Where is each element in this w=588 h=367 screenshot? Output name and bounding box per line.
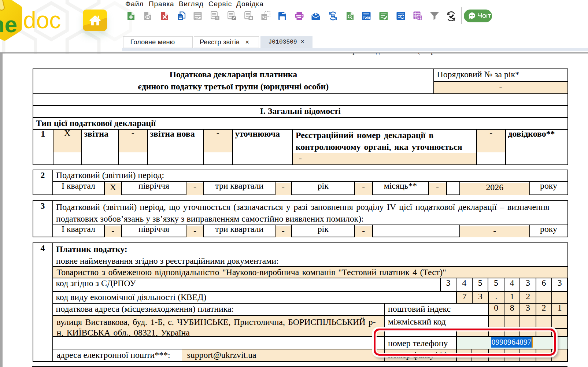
svg-text:ne: ne	[0, 12, 17, 37]
